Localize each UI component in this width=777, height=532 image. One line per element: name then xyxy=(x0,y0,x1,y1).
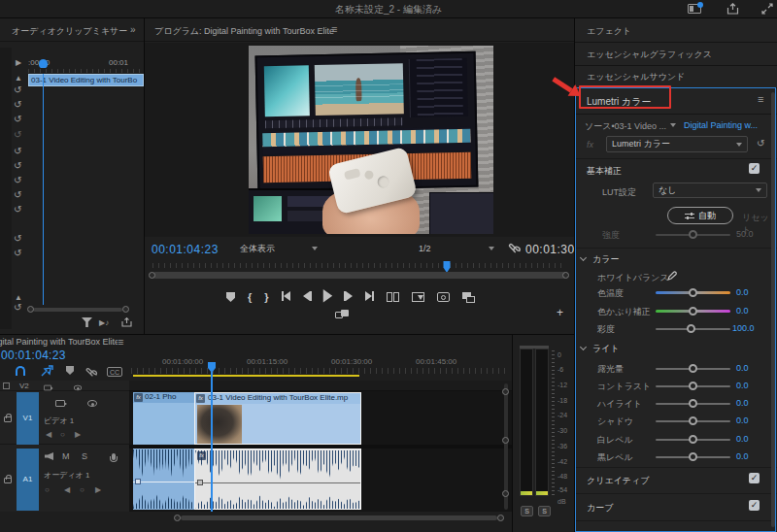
play-button-icon[interactable] xyxy=(322,289,331,305)
next-keyframe-icon[interactable]: ▶ xyxy=(75,430,81,439)
add-keyframe-icon[interactable]: ○ xyxy=(80,485,84,494)
auto-button[interactable]: 自動 xyxy=(667,207,733,224)
solo-left-button[interactable]: S xyxy=(521,506,533,516)
timeline-clip-video-selected[interactable]: fx03-1 Video Editing with TourBox Elite.… xyxy=(194,392,361,445)
tab-lumetri-color[interactable]: Lumetri カラー xyxy=(587,95,652,109)
keyframe-mode-icon[interactable]: ○ xyxy=(45,485,50,494)
automation-undo-icon[interactable]: ↺ xyxy=(14,204,21,215)
timeline-h-scrollbar[interactable] xyxy=(181,515,497,520)
program-current-timecode[interactable]: 00:01:04:23 xyxy=(152,243,219,256)
section-basic-correction[interactable]: 基本補正 xyxy=(587,165,622,178)
mixer-collapse-icon[interactable]: ▲ xyxy=(15,293,22,302)
blacks-slider-handle[interactable] xyxy=(689,452,697,461)
temperature-slider-handle[interactable] xyxy=(689,288,697,297)
program-scrollbar-end[interactable] xyxy=(562,272,569,279)
solo-right-button[interactable]: S xyxy=(538,506,551,516)
lumetri-effect-select[interactable]: Lumetri カラー xyxy=(606,136,748,152)
program-tab[interactable]: プログラム: Digital Painting with TourBox Eli… xyxy=(154,25,334,38)
timeline-h-scrollbar-end[interactable] xyxy=(497,515,504,521)
export-frame-icon[interactable] xyxy=(437,292,450,302)
mark-in-icon[interactable]: { xyxy=(248,291,252,303)
multicam-icon[interactable] xyxy=(462,292,475,303)
curves-checkbox[interactable]: ✓ xyxy=(749,500,760,511)
lumetri-source-select[interactable]: ソース•03-1 Video ... xyxy=(585,120,666,133)
track-a1-button[interactable]: A1 xyxy=(17,449,39,511)
timeline-ruler-ticks[interactable] xyxy=(131,368,510,374)
whites-value[interactable]: 0.0 xyxy=(736,434,749,444)
program-ruler-ticks[interactable] xyxy=(152,263,566,268)
automation-undo-icon[interactable]: ↺ xyxy=(14,160,21,171)
saturation-slider-handle[interactable] xyxy=(687,324,695,333)
timeline-clip-audio-selected[interactable]: fx xyxy=(194,449,361,510)
timeline-v-scrollbar-mid[interactable] xyxy=(502,437,509,444)
timeline-timecode[interactable]: 00:01:04:23 xyxy=(1,349,66,362)
track-output-eye-icon[interactable] xyxy=(74,385,82,391)
automation-undo-icon[interactable]: ↺ xyxy=(14,233,21,244)
highlights-value[interactable]: 0.0 xyxy=(736,398,749,408)
timeline-v-scrollbar-bottom[interactable] xyxy=(502,490,509,497)
whites-slider-handle[interactable] xyxy=(689,435,697,444)
playback-resolution-select[interactable]: 1/2 xyxy=(415,241,498,256)
timeline-v-scrollbar-top[interactable] xyxy=(502,388,509,395)
track-lock-icon[interactable] xyxy=(3,382,10,389)
exposure-slider-handle[interactable] xyxy=(689,364,697,373)
eyedropper-icon[interactable] xyxy=(667,270,678,281)
section-collapse-icon[interactable] xyxy=(580,344,587,350)
exposure-value[interactable]: 0.0 xyxy=(736,363,749,373)
program-scrollbar-start[interactable] xyxy=(149,272,155,279)
zoom-level-select[interactable]: 全体表示 xyxy=(236,241,321,256)
blacks-value[interactable]: 0.0 xyxy=(736,451,749,461)
contrast-value[interactable]: 0.0 xyxy=(736,381,749,390)
mixer-tab[interactable]: オーディオクリップミキサー xyxy=(12,25,127,38)
automation-undo-icon[interactable]: ↺ xyxy=(14,189,21,200)
prev-keyframe-icon[interactable]: ◀ xyxy=(46,430,51,439)
play-audio-icon[interactable]: ▶♪ xyxy=(99,318,109,327)
panel-menu-icon[interactable]: ≡ xyxy=(758,93,763,105)
section-light[interactable]: ライト xyxy=(592,343,620,355)
highlights-slider-handle[interactable] xyxy=(689,399,697,408)
track-v1-button[interactable]: V1 xyxy=(17,392,39,445)
quick-export-icon[interactable] xyxy=(726,3,739,15)
track-v2-button[interactable]: V2 xyxy=(19,382,29,390)
comparison-view-icon[interactable] xyxy=(335,310,349,320)
step-forward-icon[interactable] xyxy=(344,291,353,303)
section-collapse-icon[interactable] xyxy=(580,254,587,261)
panel-menu-icon[interactable]: ≡ xyxy=(118,336,123,348)
section-curves[interactable]: カーブ xyxy=(587,502,613,515)
fullscreen-icon[interactable] xyxy=(761,3,773,15)
go-to-out-icon[interactable] xyxy=(365,291,374,303)
settings-wrench-icon[interactable] xyxy=(508,241,522,254)
gain-keyframe-handle[interactable] xyxy=(135,479,141,484)
mark-out-icon[interactable]: } xyxy=(264,291,268,303)
add-keyframe-icon[interactable]: ○ xyxy=(60,430,65,439)
automation-undo-icon[interactable]: ↺ xyxy=(14,99,21,110)
filter-icon[interactable] xyxy=(82,317,92,327)
chevron-down-icon[interactable] xyxy=(670,123,676,127)
mixer-playhead[interactable] xyxy=(39,59,48,68)
export-panel-icon[interactable] xyxy=(121,317,132,327)
timeline-playhead-line[interactable] xyxy=(211,372,213,512)
source-patch-icon[interactable] xyxy=(55,400,65,407)
lumetri-sequence-link[interactable]: Digital Painting w... xyxy=(684,120,758,130)
voiceover-mic-icon[interactable] xyxy=(112,453,116,460)
tint-slider-handle[interactable] xyxy=(689,307,697,316)
saturation-value[interactable]: 100.0 xyxy=(732,323,755,333)
source-patch-icon[interactable] xyxy=(44,385,51,391)
tab-essential-sound[interactable]: エッセンシャルサウンド xyxy=(587,71,685,83)
program-scrollbar[interactable] xyxy=(152,272,566,279)
workspace-icon[interactable] xyxy=(688,4,701,14)
mixer-playhead-line[interactable] xyxy=(43,74,44,305)
shadows-slider-handle[interactable] xyxy=(689,416,697,425)
right-panel-scrollbar[interactable] xyxy=(771,92,775,527)
automation-undo-icon[interactable]: ↺ xyxy=(14,114,21,124)
timeline-clip-audio[interactable] xyxy=(133,449,194,510)
timeline-marker-icon[interactable] xyxy=(66,366,74,375)
mixer-clip[interactable]: 03-1 Video Editing with TourBo xyxy=(28,74,144,86)
button-editor-plus-icon[interactable]: + xyxy=(557,306,563,319)
go-to-in-icon[interactable] xyxy=(282,291,290,303)
gain-keyframe-handle[interactable] xyxy=(197,480,203,485)
effect-reset-icon[interactable]: ↺ xyxy=(757,138,764,149)
prev-keyframe-icon[interactable]: ◀ xyxy=(64,485,70,494)
mixer-play-icon[interactable]: ▶ xyxy=(16,58,21,67)
section-color[interactable]: カラー xyxy=(592,253,619,266)
